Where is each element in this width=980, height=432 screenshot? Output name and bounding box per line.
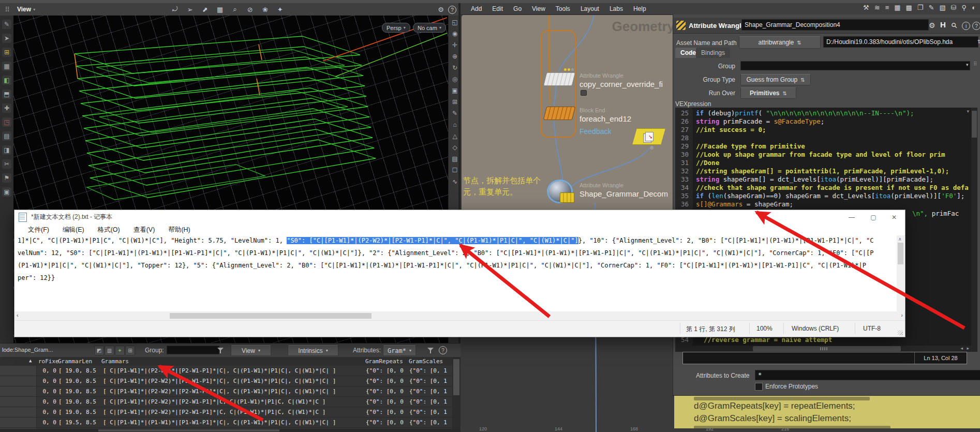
viewport-tool-icon[interactable]: ∿ xyxy=(452,178,457,185)
menu-item[interactable]: Edit xyxy=(492,5,503,12)
minimize-button[interactable]: — xyxy=(844,212,859,222)
table-row[interactable]: 0, 0 [ 19.5, 8.5 [ C|[P1-W1]*|(P1-W1)*|[… xyxy=(0,418,452,428)
pane-node-label[interactable]: lode:Shape_Gram... xyxy=(2,347,53,353)
node-file-cache[interactable]: ➘ xyxy=(632,128,665,145)
column-header[interactable]: Grammars xyxy=(101,358,129,365)
intrinsics-dropdown[interactable]: Intrinsics▾ xyxy=(288,345,338,356)
menu-item[interactable]: 帮助(H) xyxy=(168,226,190,234)
scroll-left-icon[interactable]: ◂ xyxy=(960,346,963,351)
row-selector[interactable] xyxy=(0,366,37,376)
asset-type-dropdown[interactable]: attribwrangle⇅ xyxy=(739,36,821,49)
node-name-label[interactable]: Shape_Grammar_Decom xyxy=(580,189,673,198)
filter-funnel-icon[interactable] xyxy=(427,347,434,353)
shelf-tool-icon[interactable]: ▣ xyxy=(2,187,11,197)
pin-icon[interactable]: ◩ xyxy=(94,346,104,355)
shelf-tool-icon[interactable]: ⊞ xyxy=(2,48,11,57)
menu-item[interactable]: Tools xyxy=(556,5,570,12)
toolbar-icon[interactable]: ⚲ xyxy=(962,4,967,11)
node-copy-corner-override[interactable] xyxy=(543,72,575,86)
asset-path-field[interactable]: D:/Houdini19.0.383/houdini/otls/OPlibSop… xyxy=(823,36,978,48)
gear-icon[interactable]: ⚙ xyxy=(929,21,936,29)
toolbar-icon[interactable]: ⛁ xyxy=(951,4,957,11)
menu-item[interactable]: Go xyxy=(513,5,522,12)
toolbar-icon[interactable]: ❐ xyxy=(917,4,924,11)
group-dropdown-icon[interactable]: ▾ xyxy=(966,62,969,67)
scene-tool-icon[interactable]: ▦ xyxy=(215,5,225,14)
display-options-icon[interactable]: ⚙ xyxy=(436,5,446,14)
feedback-flag-label[interactable]: Feedback xyxy=(580,127,611,136)
houdini-help-icon[interactable]: H xyxy=(940,20,946,29)
editor-collapse-icon[interactable]: ▾ xyxy=(967,109,969,114)
column-header[interactable]: GramScales xyxy=(409,358,443,365)
toolbar-icon[interactable]: ▦ xyxy=(894,4,900,11)
shelf-tool-icon[interactable]: ⚑ xyxy=(2,173,11,183)
scroll-right-icon[interactable]: › xyxy=(901,312,903,318)
path-spinner-icon[interactable]: ⇅ xyxy=(977,39,980,44)
menu-item[interactable]: 格式(O) xyxy=(98,226,120,234)
toolbar-icon[interactable]: ⚒ xyxy=(863,4,869,11)
viewport-tool-icon[interactable]: ↻ xyxy=(452,64,457,71)
menu-item[interactable]: Add xyxy=(471,5,482,12)
enforce-prototypes-checkbox[interactable] xyxy=(755,383,763,391)
viewport-tool-icon[interactable]: ◎ xyxy=(452,76,457,83)
viewport-tool-icon[interactable]: ✛ xyxy=(452,41,457,49)
table-row[interactable]: 0, 0 [ 19.0, 8.5 [ C|[P1-W1]*|(P2-W2)*|[… xyxy=(0,366,452,376)
viewport-tool-icon[interactable]: ✎ xyxy=(452,110,457,117)
spreadsheet-horizontal-scrollbar[interactable] xyxy=(0,429,461,432)
viewport-tool-icon[interactable]: ⌂ xyxy=(453,121,456,128)
table-row[interactable]: 0, 0 [ 19.0, 8.5 [ C|[P1-W1]*|(P2-W2)*|[… xyxy=(0,397,452,407)
scene-tool-icon[interactable]: ⤾ xyxy=(170,5,180,14)
viewport-tool-icon[interactable]: ◉ xyxy=(452,30,457,37)
viewport-tool-icon[interactable]: ▣ xyxy=(452,87,457,94)
scene-tool-icon[interactable]: ⊘ xyxy=(245,5,255,14)
scene-tool-icon[interactable]: ⬈ xyxy=(200,5,210,14)
shelf-tool-icon[interactable]: ➤ xyxy=(2,34,11,43)
snippet-field[interactable]: Ln 13, Col 28 xyxy=(682,352,967,364)
viewport-tool-icon[interactable]: ◱ xyxy=(452,19,457,26)
shelf-tool-icon[interactable]: ▦ xyxy=(2,62,11,71)
help-icon[interactable]: ? xyxy=(972,22,980,30)
viewport-tool-icon[interactable]: ⊞ xyxy=(452,98,457,106)
menu-item[interactable]: 编辑(E) xyxy=(63,226,84,234)
scene-tool-icon[interactable]: ✦ xyxy=(275,5,285,14)
scroll-left-icon[interactable]: ‹ xyxy=(17,312,19,318)
menu-item[interactable]: 文件(F) xyxy=(28,226,49,234)
table-row[interactable]: 0, 0 [ 19.0, 8.5 [ C|[P1-W1]*|(P2-W2)*|[… xyxy=(0,407,452,418)
camera-selector[interactable]: No cam▾ xyxy=(413,23,446,33)
node-name-label[interactable]: copy_corner_override_fi xyxy=(580,80,663,88)
row-selector[interactable] xyxy=(0,397,37,407)
tab-bindings[interactable]: Bindings xyxy=(696,48,730,58)
sort-icon[interactable]: ▲ xyxy=(29,358,32,363)
scene-view-menu[interactable]: View xyxy=(17,6,31,13)
notepad-text-area[interactable]: 1]*|C", "C|(P1-W1)*|P1|C", "C|(W1)*|C"],… xyxy=(14,235,897,311)
scroll-right-icon[interactable]: ▸ xyxy=(967,346,969,351)
notepad-horizontal-scrollbar[interactable]: ‹ › xyxy=(14,311,905,320)
viewport-tool-icon[interactable]: ▤ xyxy=(452,155,457,162)
group-type-dropdown[interactable]: Guess from Group⇅ xyxy=(740,74,811,85)
toolbar-icon[interactable]: ✎ xyxy=(929,4,934,11)
viewport-tool-icon[interactable]: ☐ xyxy=(452,167,458,174)
notepad-window[interactable]: *新建文本文档 (2).txt - 记事本 — ▢ ✕ 文件(F)编辑(E)格式… xyxy=(14,210,905,337)
shelf-tool-icon[interactable]: ◧ xyxy=(2,76,11,85)
spreadsheet-vertical-scrollbar[interactable] xyxy=(452,357,461,429)
toolbar-icon[interactable]: ≡ xyxy=(885,4,889,11)
toolbar-icon[interactable]: ◐ xyxy=(972,4,976,11)
shelf-tool-icon[interactable]: ◳ xyxy=(2,117,11,127)
grid-icon[interactable]: ⊞ xyxy=(125,346,135,355)
view-dropdown[interactable]: View▾ xyxy=(231,345,271,356)
group-input[interactable] xyxy=(740,61,970,70)
scene-tool-icon[interactable]: ⌕ xyxy=(230,5,240,14)
help-icon[interactable]: ? xyxy=(439,346,447,354)
attributes-to-create-input[interactable]: * xyxy=(755,370,980,380)
shelf-tool-icon[interactable]: ▤ xyxy=(2,131,11,141)
group-select-icon[interactable]: ⠿ xyxy=(973,61,977,67)
shelf-tool-icon[interactable]: ✚ xyxy=(2,103,11,113)
resize-grip[interactable] xyxy=(898,330,903,335)
row-selector[interactable] xyxy=(0,407,37,417)
notepad-vertical-scrollbar[interactable]: ∧ xyxy=(897,235,904,311)
column-header[interactable]: GramRepeats xyxy=(365,358,403,365)
maximize-button[interactable]: ▢ xyxy=(866,212,881,222)
row-selector[interactable] xyxy=(0,418,37,427)
pane-handle-icon[interactable]: ⠿ xyxy=(2,5,12,14)
run-over-dropdown[interactable]: Primitives⇅ xyxy=(740,87,796,99)
